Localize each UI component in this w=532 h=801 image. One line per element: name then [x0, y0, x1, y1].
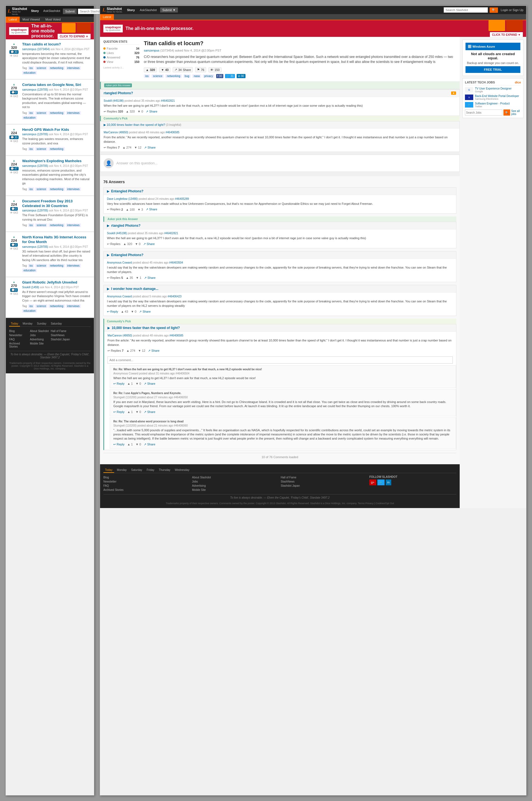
vote-up-pill[interactable]: ▲320 [144, 67, 157, 72]
footer-japan[interactable]: Slashdot Japan [51, 337, 70, 341]
footer-mobile[interactable]: Mobile Site [30, 341, 49, 346]
nested3-share[interactable]: ↗ Share [144, 443, 155, 446]
right-site-logo[interactable]: /. Slashdot News for Nerds. [103, 7, 122, 13]
reply-button-nested2[interactable]: ↩ Reply [113, 410, 125, 414]
footer-tab-monday[interactable]: Monday [21, 321, 34, 327]
rfooter-tab-thursday[interactable]: Thursday [157, 468, 172, 473]
add-comment-input[interactable] [108, 356, 453, 364]
right-nav-ask[interactable]: AskSlashdot [138, 8, 158, 12]
nested3-thumb-up[interactable]: ▲ 1 [127, 443, 133, 446]
comment-count[interactable]: 💬30 [10, 50, 19, 54]
rfooter-advertising[interactable]: Advertising [192, 484, 279, 488]
ad-banner[interactable]: snapdragon by Qualcomm The all-in-one mo… [6, 23, 94, 39]
rfooter-mobile[interactable]: Mobile Site [192, 488, 279, 492]
comment-count[interactable]: 💬0 [10, 288, 18, 292]
nested1-thumb-up[interactable]: ▲ 1 [127, 382, 133, 385]
answer1-share[interactable]: ↗ Share [146, 208, 157, 211]
nav-askslashdot[interactable]: AskSlashdot [41, 8, 62, 14]
share-link-community[interactable]: ↗ Share [144, 146, 155, 149]
vote-down-pill[interactable]: ▼43 [159, 67, 170, 72]
article-title[interactable]: Cortana takes on Google Now, Siri [22, 82, 91, 87]
footer-slashnews[interactable]: SlashNews [51, 333, 70, 337]
footer-tab-today[interactable]: Today [9, 321, 20, 327]
jobs-search-input[interactable] [465, 110, 502, 116]
answer4-thumb-up[interactable]: ▲ 43 [121, 310, 128, 313]
comment-count[interactable]: 💬47 [10, 167, 19, 170]
footer-tab-saturday[interactable]: Saturday [49, 321, 63, 327]
thumb-up-community[interactable]: ▲ 274 [122, 146, 131, 149]
nested1-share[interactable]: ↗ Share [144, 382, 155, 386]
answer3-thumb-down[interactable]: ▼ 1 [136, 276, 141, 279]
answer1-thumb-down[interactable]: ▼ 3 [137, 208, 143, 211]
rfooter-halloffame[interactable]: Hall of Fame [281, 475, 368, 480]
reply-button-4[interactable]: ↩ Reply [107, 310, 118, 314]
comment-count[interactable]: 💬0 [10, 91, 18, 94]
answer1-thumb-up[interactable]: ▲ 100 [126, 208, 135, 211]
thumb-up[interactable]: ▲ 320 [126, 110, 135, 113]
comment-count[interactable]: 💬0 [10, 207, 18, 211]
answer2-thumb-up[interactable]: ▲ 320 [123, 242, 132, 246]
article-title[interactable]: Giant Robotic Jellyfish Unveiled [22, 280, 91, 285]
linkedin-share-btn[interactable]: in 90 [236, 74, 246, 78]
answer3-thumb-up[interactable]: ▲ 35 [126, 276, 133, 279]
rfooter-blog[interactable]: Blog [103, 475, 190, 480]
article-title[interactable]: Document Freedom Day 2013 Celebrated in … [22, 199, 91, 208]
rfooter-archived[interactable]: Archived Stories [103, 488, 190, 492]
twitter-share-btn[interactable]: 🐦 31 [225, 74, 235, 78]
answer-placeholder[interactable]: Answer on this question... [116, 161, 158, 165]
answer4-thumb-down[interactable]: ▼ 0 [131, 310, 136, 313]
nested2-thumb-up[interactable]: ▲ 1 [127, 410, 133, 413]
tab-most-viewed[interactable]: Most Viewed [20, 17, 43, 23]
rfooter-faq[interactable]: FAQ [103, 484, 190, 488]
footer-advertising[interactable]: Advertising [30, 337, 49, 341]
twitter-follow[interactable]: 🐦 [377, 480, 385, 485]
jobs-search-button[interactable]: 🔍 [504, 110, 510, 116]
thumb-down[interactable]: ▼ 0 [137, 110, 143, 113]
nav-story[interactable]: Story [30, 8, 40, 14]
right-login-link[interactable]: Login or Sign Up [501, 8, 524, 12]
rfooter-jobs[interactable]: Jobs [192, 480, 279, 484]
right-submit-btn[interactable]: Submit ▼ [160, 7, 178, 13]
right-search-input[interactable] [443, 7, 488, 13]
comment-count[interactable]: 💬0 [10, 243, 18, 247]
article-title[interactable]: HeroO GPS Watch For Kids [22, 128, 91, 132]
tab-latest[interactable]: Latest [6, 17, 20, 23]
see-all-jobs-link[interactable]: See all jobs [511, 110, 521, 116]
rfooter-japan[interactable]: Slashdot Japan [281, 484, 368, 488]
tab-most-voted[interactable]: Most Voted [43, 17, 63, 23]
right-tab-latest[interactable]: Latest [100, 14, 114, 20]
article-title[interactable]: Washington's Exploding Manholes [22, 159, 91, 164]
thumb-down-community[interactable]: ▼ 12 [134, 146, 141, 149]
answer5-thumb-down[interactable]: ▼ 12 [138, 349, 145, 352]
rfooter-about[interactable]: About Slashdot [192, 475, 279, 480]
rfooter-tab-friday[interactable]: Friday [145, 468, 156, 473]
nested3-thumb-down[interactable]: ▼ 0 [135, 443, 141, 446]
google-plus-follow[interactable]: g+ [369, 480, 376, 485]
footer-halloffame[interactable]: Hall of Fame [51, 329, 70, 333]
right-search-button[interactable]: 🔍 [490, 7, 498, 13]
footer-jobs[interactable]: Jobs [30, 333, 49, 337]
rfooter-tab-saturday[interactable]: Saturday [129, 468, 144, 473]
nested2-thumb-down[interactable]: ▼ 0 [135, 410, 141, 413]
footer-faq[interactable]: FAQ [9, 337, 28, 341]
footer-blog[interactable]: Blog [9, 329, 28, 333]
share-link[interactable]: ↗ Share [146, 110, 157, 113]
answer4-share[interactable]: ↗ Share [139, 310, 150, 314]
facebook-share-btn[interactable]: f 30 [216, 74, 224, 78]
submit-button[interactable]: Submit [63, 8, 77, 14]
right-ad-cta[interactable]: CLICK TO EXPAND ▼ [490, 32, 523, 37]
footer-about[interactable]: About Slashdot [30, 329, 49, 333]
reply-button-nested3[interactable]: ↩ Reply [113, 443, 125, 446]
footer-tab-sunday[interactable]: Sunday [35, 321, 48, 327]
rfooter-tab-today[interactable]: Today [103, 468, 114, 473]
azure-cta-button[interactable]: FREE TRIAL [466, 66, 520, 73]
nested1-thumb-down[interactable]: ▼ 0 [135, 382, 141, 385]
site-logo[interactable]: /. Slashdot News for Nerds. [8, 7, 27, 16]
article-title[interactable]: North Korea Halts 3G Internet Access for… [22, 235, 91, 244]
reply-button-nested1[interactable]: ↩ Reply [113, 382, 125, 386]
right-ad-banner[interactable]: snapdragon by Qualcomm The all-in-one mo… [100, 20, 526, 37]
answer2-thumb-down[interactable]: ▼ 0 [135, 242, 140, 246]
rfooter-newsletter[interactable]: Newsletter [103, 480, 190, 484]
footer-newsletter[interactable]: Newsletter [9, 333, 28, 337]
rfooter-slashnews[interactable]: SlashNews [281, 480, 368, 484]
